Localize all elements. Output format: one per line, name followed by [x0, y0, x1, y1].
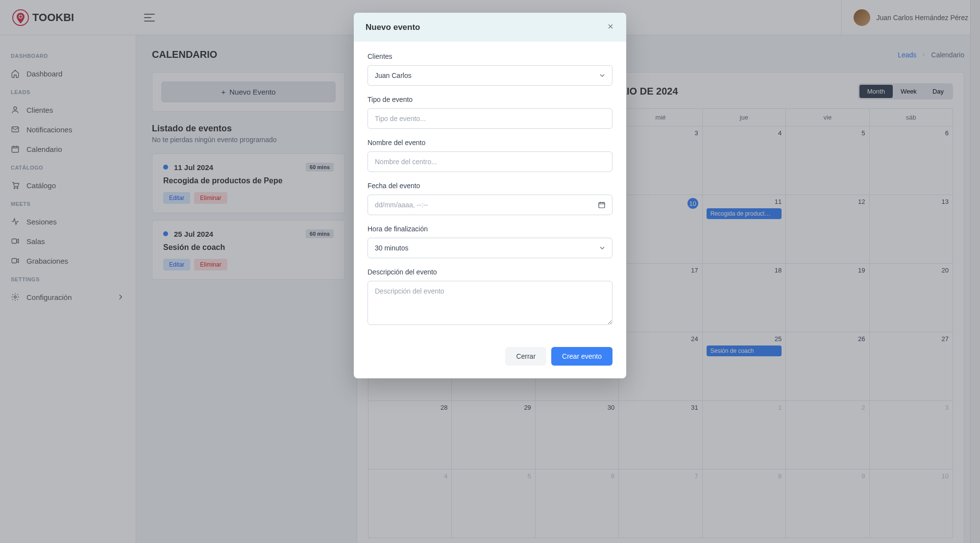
- clients-select[interactable]: Juan Carlos: [368, 65, 612, 86]
- modal-title: Nuevo evento: [366, 23, 420, 32]
- modal-close-button[interactable]: [607, 22, 614, 33]
- clients-label: Clientes: [368, 52, 612, 60]
- svg-rect-11: [599, 202, 605, 208]
- event-desc-textarea[interactable]: [368, 281, 612, 325]
- event-date-input[interactable]: [368, 195, 612, 215]
- modal-create-button[interactable]: Crear evento: [551, 347, 612, 366]
- modal-cancel-button[interactable]: Cerrar: [505, 347, 546, 366]
- event-end-label: Hora de finalización: [368, 225, 612, 233]
- event-end-select[interactable]: 30 minutos: [368, 238, 612, 258]
- event-name-label: Nombre del evento: [368, 139, 612, 147]
- event-date-label: Fecha del evento: [368, 182, 612, 190]
- event-name-input[interactable]: [368, 151, 612, 172]
- calendar-icon: [598, 201, 606, 209]
- close-icon: [607, 23, 614, 30]
- new-event-modal: Nuevo evento Clientes Juan Carlos Tipo d…: [354, 13, 626, 378]
- event-type-input[interactable]: [368, 108, 612, 129]
- event-type-label: Tipo de evento: [368, 96, 612, 103]
- modal-overlay[interactable]: Nuevo evento Clientes Juan Carlos Tipo d…: [0, 0, 980, 543]
- event-desc-label: Descripción del evento: [368, 268, 612, 276]
